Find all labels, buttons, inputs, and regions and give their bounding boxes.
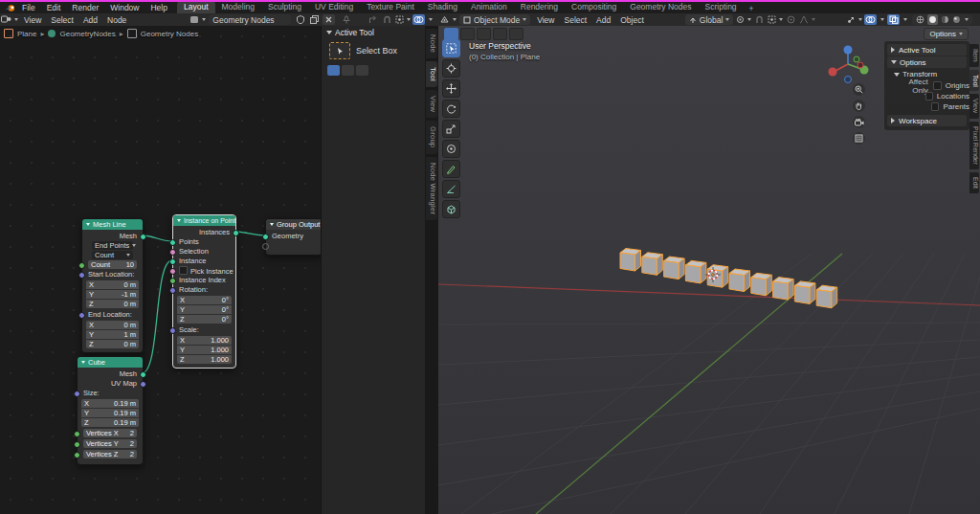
vp-snap-target-selector[interactable]: [768, 14, 783, 25]
start-z-field[interactable]: Z0 m: [86, 300, 139, 308]
options-button[interactable]: Options: [924, 28, 969, 40]
mesh-line-mode-dropdown[interactable]: End Points: [92, 241, 133, 250]
tool-transform[interactable]: [442, 140, 460, 158]
snap-target-selector[interactable]: [395, 14, 411, 25]
input-socket-geometry[interactable]: [262, 234, 269, 240]
overlays-toggle-icon[interactable]: [412, 14, 425, 25]
vp-tab-view[interactable]: View: [969, 94, 979, 118]
viewport-canvas[interactable]: User Perspective (0) Collection | Plane …: [438, 26, 980, 514]
vp-menu-select[interactable]: Select: [559, 15, 591, 25]
vp-tab-item[interactable]: Item: [969, 44, 979, 67]
workspace-tab-geometry-nodes[interactable]: Geometry Nodes: [623, 1, 698, 13]
vp-menu-view[interactable]: View: [532, 15, 559, 25]
xray-toggle-icon[interactable]: [887, 14, 900, 25]
active-tool-panel-header[interactable]: Active Tool: [322, 26, 425, 38]
gizmo-z-neg[interactable]: [845, 77, 852, 83]
add-workspace-button[interactable]: +: [744, 4, 760, 13]
gizmo-x-neg[interactable]: [858, 62, 863, 68]
vp-tab-edit[interactable]: Edit: [969, 172, 979, 193]
node-instance-on-points[interactable]: Instance on Points Instances Points Sele…: [172, 214, 236, 369]
instanced-cubes[interactable]: [620, 249, 837, 308]
cube-instance[interactable]: [620, 249, 641, 272]
editor-type-selector[interactable]: [1, 14, 18, 25]
output-socket-instances[interactable]: [233, 230, 239, 236]
tool-measure[interactable]: [442, 180, 460, 198]
ne-tab-group[interactable]: Group: [426, 121, 437, 153]
menu-edit[interactable]: Edit: [41, 3, 67, 12]
vp-overlays-toggle-icon[interactable]: [864, 14, 877, 25]
start-y-field[interactable]: Y-1 m: [86, 290, 139, 299]
shading-solid-icon[interactable]: [927, 14, 938, 25]
show-gizmo-selector[interactable]: [847, 14, 862, 25]
input-socket-start-location[interactable]: [78, 272, 85, 279]
shading-dropdown-icon[interactable]: [965, 18, 969, 21]
ne-tab-tool[interactable]: Tool: [426, 61, 437, 87]
perspective-toggle-icon[interactable]: [853, 132, 865, 145]
ne-tab-node-wrangler[interactable]: Node Wrangler: [426, 157, 437, 220]
unlink-icon[interactable]: [323, 14, 335, 25]
select-box-tool-icon[interactable]: [329, 42, 350, 59]
fake-user-shield-icon[interactable]: [294, 14, 306, 25]
end-x-field[interactable]: X0 m: [86, 321, 139, 329]
drag-mode-circle-icon[interactable]: [477, 28, 491, 40]
cube-instance[interactable]: [729, 269, 750, 292]
vp-active-tool-panel[interactable]: Active Tool: [887, 44, 967, 56]
scale-x-field[interactable]: X1.000: [177, 336, 232, 345]
start-x-field[interactable]: X0 m: [86, 280, 139, 289]
tool-add-cube[interactable]: [442, 200, 460, 218]
ne-tab-node[interactable]: Node: [426, 29, 437, 58]
node-mesh-line-header[interactable]: Mesh Line: [82, 219, 143, 230]
workspace-tab-modeling[interactable]: Modeling: [215, 1, 262, 13]
locations-checkbox[interactable]: [925, 92, 933, 101]
drag-mode-intersect-icon[interactable]: [509, 28, 523, 40]
pivot-point-selector[interactable]: [736, 14, 751, 25]
select-mode-subtract-icon[interactable]: [356, 65, 368, 76]
shading-material-icon[interactable]: [941, 15, 949, 24]
cube-instance[interactable]: [773, 278, 794, 301]
end-z-field[interactable]: Z0 m: [86, 340, 139, 348]
size-x-field[interactable]: X0.19 m: [81, 399, 139, 408]
gizmo-z-axis[interactable]: [844, 46, 853, 55]
input-socket-instance-index[interactable]: [169, 278, 176, 284]
proportional-falloff-selector[interactable]: [799, 14, 815, 25]
pin-icon[interactable]: [340, 14, 352, 25]
ne-tab-view[interactable]: View: [426, 90, 437, 118]
input-socket-vertices-x[interactable]: [74, 431, 80, 437]
workspace-tab-compositing[interactable]: Compositing: [565, 1, 623, 13]
tool-move[interactable]: [442, 79, 460, 98]
vp-menu-add[interactable]: Add: [591, 15, 615, 25]
tool-scale[interactable]: [442, 120, 460, 138]
navigation-gizmo[interactable]: [827, 43, 869, 85]
output-socket-cube-mesh[interactable]: [140, 371, 146, 378]
size-z-field[interactable]: Z0.19 m: [81, 418, 139, 427]
tool-select-box[interactable]: [442, 39, 460, 57]
vp-overlays-dropdown-icon[interactable]: [880, 18, 884, 21]
parent-tree-icon[interactable]: [367, 14, 379, 25]
transform-orientation-selector[interactable]: Global: [685, 14, 734, 25]
viewport-editor-type-selector[interactable]: [439, 14, 457, 25]
scale-y-field[interactable]: Y1.000: [177, 346, 232, 354]
gizmo-x-axis[interactable]: [829, 68, 837, 77]
virtual-socket[interactable]: [262, 243, 269, 250]
node-cube-header[interactable]: Cube: [78, 357, 143, 368]
workspace-tab-layout[interactable]: Layout: [177, 1, 215, 13]
input-socket-selection[interactable]: [169, 249, 176, 256]
node-instance-on-points-header[interactable]: Instance on Points: [173, 215, 235, 226]
node-group-output[interactable]: Group Output Geometry: [265, 218, 323, 256]
input-socket-vertices-z[interactable]: [74, 452, 80, 458]
zoom-icon[interactable]: [853, 83, 865, 96]
node-group-output-header[interactable]: Group Output: [266, 219, 322, 230]
cube-instance[interactable]: [664, 257, 685, 279]
new-copy-icon[interactable]: [308, 14, 321, 25]
input-socket-rotation[interactable]: [169, 287, 176, 294]
menu-file[interactable]: File: [16, 3, 41, 12]
tool-annotate[interactable]: [442, 160, 460, 178]
tool-cursor[interactable]: [442, 59, 460, 78]
drag-mode-box-icon[interactable]: [460, 28, 475, 40]
vp-workspace-panel[interactable]: Workspace: [887, 115, 967, 126]
tool-rotate[interactable]: [442, 100, 460, 118]
cube-instance[interactable]: [816, 285, 837, 308]
node-cube[interactable]: Cube Mesh UV Map Size: X0.19 m Y0.19 m Z…: [77, 356, 144, 465]
vertices-x-field[interactable]: Vertices X2: [83, 429, 137, 437]
pan-hand-icon[interactable]: [853, 100, 865, 112]
